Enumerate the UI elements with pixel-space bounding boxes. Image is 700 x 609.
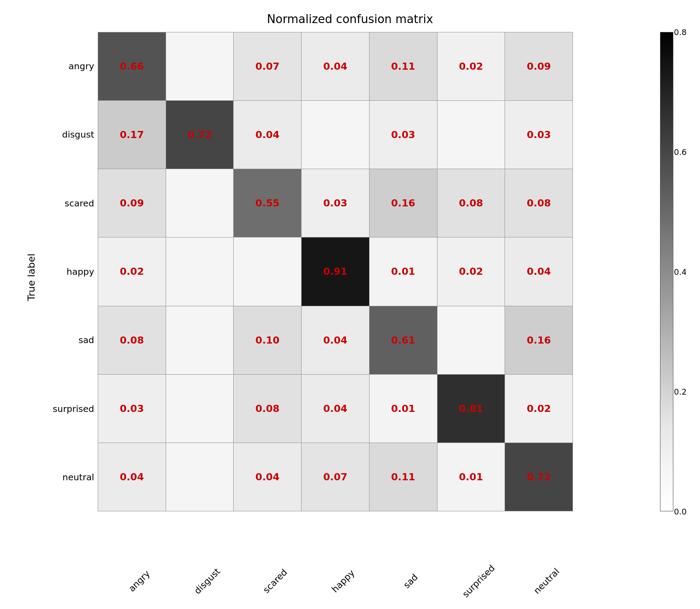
- matrix-cell: 0.02: [98, 237, 166, 306]
- x-tick-label: disgust: [175, 550, 249, 609]
- matrix-cell: [166, 237, 234, 306]
- matrix-cell: [302, 101, 370, 169]
- x-tick-label: sad: [379, 550, 453, 609]
- colorbar-ticks: 0.00.20.40.60.8: [674, 32, 687, 511]
- matrix-cell: 0.04: [234, 101, 302, 169]
- chart-title: Normalized confusion matrix: [0, 12, 700, 26]
- matrix-area: True label angrydisgustscaredhappysadsur…: [62, 32, 586, 556]
- matrix-cell: 0.11: [369, 443, 437, 511]
- matrix-cell: 0.02: [437, 32, 505, 101]
- colorbar-tick-label: 0.4: [674, 267, 687, 277]
- matrix-cell: 0.10: [234, 306, 302, 374]
- matrix-cell: 0.03: [302, 169, 370, 237]
- matrix-cell: [166, 443, 234, 511]
- matrix-cell: 0.03: [505, 101, 573, 169]
- matrix-cell: 0.04: [302, 374, 370, 443]
- colorbar-area: 0.00.20.40.60.8: [662, 32, 687, 511]
- matrix-cell: 0.04: [234, 443, 302, 511]
- y-axis-label: True label: [26, 253, 37, 301]
- x-axis-ticks: angrydisgustscaredhappysadsurprisedneutr…: [98, 573, 573, 609]
- matrix-cell: [166, 374, 234, 443]
- colorbar-tick-label: 0.8: [674, 28, 687, 37]
- matrix-cell: 0.01: [369, 237, 437, 306]
- y-tick-label: neutral: [62, 472, 94, 482]
- y-tick-label: disgust: [62, 129, 94, 140]
- matrix-cell: [234, 237, 302, 306]
- matrix-cell: 0.07: [302, 443, 370, 511]
- x-tick-label: angry: [107, 550, 181, 609]
- y-tick-label: happy: [67, 266, 94, 277]
- colorbar-tick-label: 0.2: [674, 387, 687, 396]
- x-tick-label: happy: [311, 550, 385, 609]
- matrix-cell: [166, 32, 234, 101]
- matrix-cell: 0.61: [369, 306, 437, 374]
- figure: Normalized confusion matrix True label a…: [0, 0, 700, 609]
- matrix-cell: 0.03: [369, 101, 437, 169]
- y-tick-label: sad: [79, 335, 94, 345]
- matrix-cell: 0.04: [98, 443, 166, 511]
- matrix-cell: 0.04: [302, 306, 370, 374]
- matrix-cell: 0.08: [505, 169, 573, 237]
- matrix-grid: 0.660.070.040.110.020.090.170.720.040.03…: [98, 32, 573, 511]
- matrix-cell: [166, 169, 234, 237]
- matrix-cell: 0.66: [98, 32, 166, 101]
- matrix-cell: 0.09: [505, 32, 573, 101]
- colorbar-border: [660, 32, 673, 511]
- matrix-cell: 0.09: [98, 169, 166, 237]
- matrix-cell: [437, 306, 505, 374]
- matrix-cell: 0.91: [302, 237, 370, 306]
- matrix-cell: 0.02: [505, 374, 573, 443]
- matrix-cell: 0.07: [234, 32, 302, 101]
- matrix-cell: 0.11: [369, 32, 437, 101]
- matrix-cell: 0.72: [505, 443, 573, 511]
- y-tick-label: angry: [68, 61, 94, 71]
- x-tick-label: surprised: [447, 550, 521, 609]
- matrix-cell: 0.01: [437, 443, 505, 511]
- y-axis-ticks: angrydisgustscaredhappysadsurprisedneutr…: [62, 32, 98, 511]
- matrix-cell: 0.72: [166, 101, 234, 169]
- matrix-cell: 0.08: [98, 306, 166, 374]
- matrix-cell: 0.17: [98, 101, 166, 169]
- colorbar-tick-label: 0.6: [674, 147, 687, 157]
- matrix-cell: 0.04: [302, 32, 370, 101]
- matrix-cell: 0.03: [98, 374, 166, 443]
- matrix-cell: 0.08: [437, 169, 505, 237]
- matrix-cell: 0.08: [234, 374, 302, 443]
- matrix-cell: [166, 306, 234, 374]
- matrix-cell: 0.04: [505, 237, 573, 306]
- matrix-cell: 0.16: [505, 306, 573, 374]
- matrix-cell: 0.02: [437, 237, 505, 306]
- matrix-cell: 0.01: [369, 374, 437, 443]
- y-tick-label: scared: [65, 198, 94, 209]
- matrix-cell: 0.16: [369, 169, 437, 237]
- matrix-cell: 0.81: [437, 374, 505, 443]
- colorbar-tick-label: 0.0: [674, 507, 687, 516]
- x-tick-label: scared: [243, 550, 317, 609]
- y-tick-label: surprised: [53, 403, 94, 414]
- matrix-cell: [437, 101, 505, 169]
- matrix-cell: 0.55: [234, 169, 302, 237]
- confusion-matrix-table: 0.660.070.040.110.020.090.170.720.040.03…: [98, 32, 573, 511]
- x-tick-label: neutral: [515, 550, 589, 609]
